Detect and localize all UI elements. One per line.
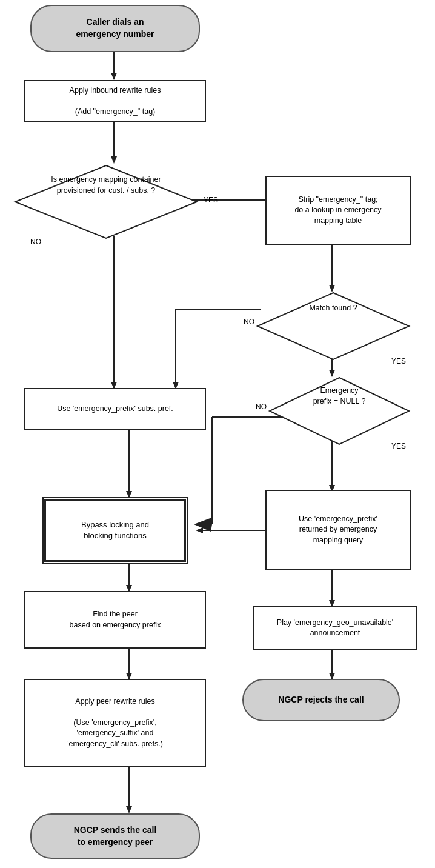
svg-marker-1 <box>111 73 117 80</box>
no3-label: NO <box>256 402 267 411</box>
use-emergency-prefix-subs-node: Use 'emergency_prefix' subs. pref. <box>24 388 206 430</box>
ngcp-rejects-label: NGCP rejects the call <box>278 694 364 706</box>
apply-inbound-label: Apply inbound rewrite rules (Add "emerge… <box>70 85 161 118</box>
strip-emergency-node: Strip "emergency_" tag; do a lookup in e… <box>265 176 411 245</box>
svg-marker-33 <box>126 806 132 813</box>
use-emergency-prefix-returned-node: Use 'emergency_prefix' returned by emerg… <box>265 490 411 570</box>
strip-emergency-label: Strip "emergency_" tag; do a lookup in e… <box>294 195 381 227</box>
find-peer-label: Find the peer based on emergency prefix <box>70 609 161 630</box>
start-node: Caller dials an emergency number <box>30 5 200 52</box>
yes1-label: YES <box>204 196 218 204</box>
play-announcement-node: Play 'emergency_geo_unavailable' announc… <box>253 606 417 650</box>
svg-marker-19 <box>194 517 213 532</box>
apply-peer-rewrite-node: Apply peer rewrite rules (Use 'emergency… <box>24 679 206 767</box>
diamond-svg-3: Emergencyprefix = NULL ? <box>267 375 412 447</box>
ngcp-rejects-node: NGCP rejects the call <box>242 679 400 721</box>
match-found-diamond: Match found ? NO YES <box>254 290 412 364</box>
ngcp-sends-label: NGCP sends the callto emergency peer <box>74 824 157 848</box>
yes3-label: YES <box>391 442 406 450</box>
yes2-label: YES <box>391 357 406 366</box>
emergency-prefix-null-diamond: Emergencyprefix = NULL ? NO YES <box>267 375 412 449</box>
bypass-locking-node: Bypass locking and blocking functions <box>42 497 188 564</box>
play-announcement-label: Play 'emergency_geo_unavailable' announc… <box>277 618 393 639</box>
emergency-mapping-diamond: Is emergency mapping containerprovisione… <box>12 162 200 243</box>
svg-marker-23 <box>196 527 203 533</box>
apply-inbound-node: Apply inbound rewrite rules (Add "emerge… <box>24 80 206 122</box>
diamond-svg-2: Match found ? <box>254 290 412 362</box>
diamond-svg-1: Is emergency mapping containerprovisione… <box>12 162 200 241</box>
use-emergency-prefix-returned-label: Use 'emergency_prefix' returned by emerg… <box>299 514 377 546</box>
ngcp-sends-node: NGCP sends the callto emergency peer <box>30 813 200 859</box>
use-emergency-prefix-subs-label: Use 'emergency_prefix' subs. pref. <box>57 404 173 415</box>
flowchart: Caller dials an emergency number Apply i… <box>0 0 435 868</box>
start-label: Caller dials an emergency number <box>76 16 154 40</box>
apply-peer-rewrite-label: Apply peer rewrite rules (Use 'emergency… <box>67 696 163 750</box>
no2-label: NO <box>244 318 254 326</box>
no1-label: NO <box>30 238 41 246</box>
find-peer-node: Find the peer based on emergency prefix <box>24 591 206 649</box>
bypass-locking-label: Bypass locking and blocking functions <box>81 519 149 541</box>
